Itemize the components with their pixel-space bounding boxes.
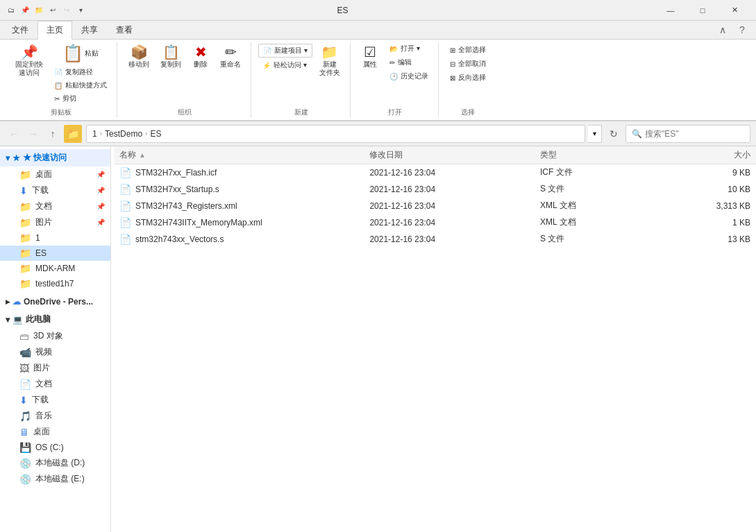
sidebar-item-c-drive[interactable]: 💾 OS (C:) — [0, 440, 110, 455]
sidebar-item-testled1h7[interactable]: 📁 testled1h7 — [0, 276, 110, 291]
file-size: 9 KB — [665, 168, 756, 178]
table-row[interactable]: 📄 STM32H743IITx_MemoryMap.xml 2021-12-16… — [114, 214, 756, 231]
file-icon: 📄 — [119, 167, 131, 178]
sidebar-item-desktop-pc[interactable]: 🖥 桌面 — [0, 424, 110, 440]
select-all-icon: ⊞ — [450, 46, 455, 54]
paste-shortcut-label: 粘贴快捷方式 — [65, 80, 107, 90]
sidebar-item-d-drive[interactable]: 💿 本地磁盘 (D:) — [0, 455, 110, 471]
search-box[interactable]: 🔍 — [625, 125, 750, 143]
video-icon: 📹 — [19, 347, 31, 358]
search-icon: 🔍 — [632, 129, 642, 139]
ribbon-help[interactable]: ? — [734, 22, 750, 38]
invert-select-button[interactable]: ⊠ 反向选择 — [446, 71, 490, 84]
sidebar-item-documents-pc[interactable]: 📄 文档 — [0, 376, 110, 392]
open-items: ☑ 属性 📂 打开 ▾ ✏ 编辑 🕐 历史记录 — [358, 42, 432, 105]
pin-indicator: 📌 — [96, 218, 105, 226]
download-icon: ⬇ — [19, 395, 28, 406]
file-name-cell: 📄 STM32H7xx_Startup.s — [114, 184, 364, 195]
sidebar-item-1[interactable]: 📁 1 — [0, 230, 110, 246]
sidebar-item-music[interactable]: 🎵 音乐 — [0, 408, 110, 424]
deselect-all-button[interactable]: ⊟ 全部取消 — [446, 58, 490, 70]
cloud-icon: ☁ — [12, 297, 21, 307]
col-size-label: 大小 — [734, 150, 750, 160]
breadcrumb[interactable]: 1 › TestDemo › ES — [86, 125, 585, 143]
sidebar-item-desktop[interactable]: 📁 桌面 📌 — [0, 166, 110, 182]
history-label: 历史记录 — [401, 71, 428, 81]
tab-home[interactable]: 主页 — [37, 21, 72, 40]
easy-access-button[interactable]: ⚡ 轻松访问 ▾ — [258, 59, 312, 71]
new-item-button[interactable]: 📄 新建项目 ▾ — [258, 44, 312, 58]
breadcrumb-item-testdemo: TestDemo — [105, 129, 142, 139]
new-folder-icon: 📁 — [321, 45, 338, 59]
cut-button[interactable]: ✂ 剪切 — [50, 92, 111, 105]
open-button[interactable]: 📂 打开 ▾ — [385, 42, 432, 55]
refresh-button[interactable]: ↻ — [605, 125, 623, 143]
sidebar-item-videos[interactable]: 📹 视频 — [0, 344, 110, 360]
breadcrumb-sep-1: › — [97, 130, 105, 137]
sidebar-item-es[interactable]: 📁 ES — [0, 246, 110, 261]
table-row[interactable]: 📄 stm32h743xx_Vectors.s 2021-12-16 23:04… — [114, 231, 756, 248]
paste-button[interactable]: 📋 粘贴 — [50, 42, 111, 65]
rename-button[interactable]: ✏ 重命名 — [216, 42, 245, 71]
forward-button[interactable]: → — [25, 126, 42, 142]
sidebar-item-e-drive[interactable]: 💿 本地磁盘 (E:) — [0, 471, 110, 487]
move-to-button[interactable]: 📦 移动到 — [124, 42, 153, 71]
properties-button[interactable]: ☑ 属性 — [358, 42, 383, 71]
close-button[interactable]: ✕ — [719, 0, 750, 21]
ribbon-group-clipboard: 📌 固定到快 速访问 📋 粘贴 📄 复制路径 📋 — [6, 42, 117, 117]
sidebar-item-downloads[interactable]: ⬇ 下载 📌 — [0, 182, 110, 198]
table-row[interactable]: 📄 STM32H743_Registers.xml 2021-12-16 23:… — [114, 198, 756, 214]
move-label: 移动到 — [128, 60, 149, 69]
up-button[interactable]: ↑ — [44, 126, 61, 142]
breadcrumb-dropdown[interactable]: ▾ — [588, 125, 602, 143]
maximize-button[interactable]: □ — [687, 0, 719, 21]
copy-to-button[interactable]: 📋 复制到 — [156, 42, 185, 71]
sidebar-item-pictures-pc[interactable]: 🖼 图片 — [0, 360, 110, 376]
col-type-header[interactable]: 类型 — [535, 149, 665, 161]
onedrive-expand: ▸ — [6, 297, 10, 307]
sidebar-item-3d-objects[interactable]: 🗃 3D 对象 — [0, 328, 110, 344]
sidebar-item-mdk-arm[interactable]: 📁 MDK-ARM — [0, 261, 110, 276]
this-pc-expand: ▾ — [6, 315, 10, 325]
select-label: 选择 — [461, 105, 475, 117]
onedrive-header[interactable]: ▸ ☁ OneDrive - Pers... — [0, 294, 110, 309]
tab-file[interactable]: 文件 — [3, 21, 37, 40]
open-label: 打开 ▾ — [401, 44, 420, 53]
history-button[interactable]: 🕐 历史记录 — [385, 70, 432, 83]
sidebar-item-pictures[interactable]: 📁 图片 📌 — [0, 214, 110, 230]
col-name-header[interactable]: 名称 ▲ — [114, 149, 364, 161]
quick-access-header[interactable]: ▾ ★ ★ 快速访问 — [0, 149, 110, 166]
sidebar-item-documents[interactable]: 📁 文档 📌 — [0, 198, 110, 214]
paste-shortcut-button[interactable]: 📋 粘贴快捷方式 — [50, 79, 111, 92]
quick-access-icon[interactable]: 📌 — [19, 5, 31, 16]
minimize-button[interactable]: — — [655, 0, 687, 21]
select-all-button[interactable]: ⊞ 全部选择 — [446, 44, 490, 56]
search-input[interactable] — [645, 129, 744, 139]
table-row[interactable]: 📄 STM32H7xx_Startup.s 2021-12-16 23:04 S… — [114, 181, 756, 198]
onedrive-label: OneDrive - Pers... — [24, 297, 93, 307]
col-size-header[interactable]: 大小 — [665, 149, 756, 161]
delete-button[interactable]: ✖ 删除 — [188, 42, 213, 71]
ribbon-group-select: ⊞ 全部选择 ⊟ 全部取消 ⊠ 反向选择 选择 — [440, 42, 496, 117]
tab-view[interactable]: 查看 — [107, 21, 142, 40]
tab-share[interactable]: 共享 — [72, 21, 107, 40]
pin-label: 固定到快 速访问 — [15, 60, 43, 77]
sidebar-item-downloads-pc[interactable]: ⬇ 下载 — [0, 392, 110, 408]
new-item-icon: 📄 — [263, 47, 271, 55]
this-pc-header[interactable]: ▾ 💻 此电脑 — [0, 311, 110, 328]
copy-path-button[interactable]: 📄 复制路径 — [50, 66, 111, 78]
file-size: 13 KB — [665, 234, 756, 244]
ribbon-collapse[interactable]: ∧ — [714, 22, 731, 38]
pin-to-quickaccess-button[interactable]: 📌 固定到快 速访问 — [11, 42, 47, 80]
table-row[interactable]: 📄 STM32H7xx_Flash.icf 2021-12-16 23:04 I… — [114, 164, 756, 181]
new-folder-button[interactable]: 📁 新建 文件夹 — [315, 42, 344, 80]
breadcrumb-item-es: ES — [150, 129, 161, 139]
rename-icon: ✏ — [225, 45, 237, 59]
col-date-header[interactable]: 修改日期 — [364, 149, 535, 161]
edit-button[interactable]: ✏ 编辑 — [385, 56, 432, 69]
folder-icon: 📁 — [19, 263, 31, 274]
pin-indicator: 📌 — [96, 171, 105, 178]
back-button[interactable]: ← — [6, 126, 22, 142]
file-icon: 📄 — [119, 184, 131, 195]
quick-access-label: ★ 快速访问 — [23, 152, 67, 164]
